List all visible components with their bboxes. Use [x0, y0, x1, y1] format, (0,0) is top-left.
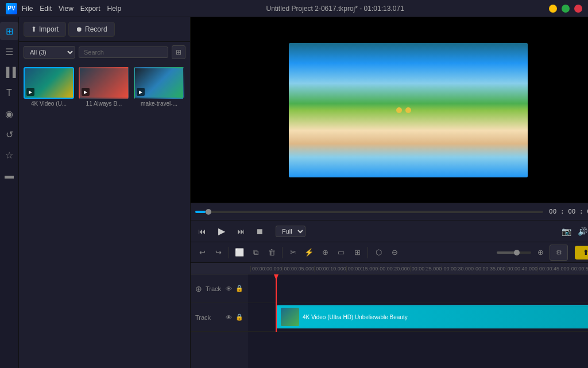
record-label: Record	[85, 25, 107, 33]
menu-export[interactable]: Export	[80, 5, 100, 13]
sidebar-item-media[interactable]: ⊞	[0, 22, 18, 40]
export-icon: ⬆	[583, 249, 588, 257]
track-label-1: ⊕ Track 👁 🔒	[191, 274, 248, 303]
menu-help[interactable]: Help	[107, 5, 122, 13]
sidebar-item-effects[interactable]: ◉	[0, 104, 18, 123]
crop-button[interactable]: ⬜	[233, 246, 246, 259]
search-input[interactable]	[79, 47, 168, 58]
app-logo: PV	[6, 3, 17, 14]
sidebar-item-transitions[interactable]: ↺	[0, 125, 18, 144]
ruler-mark: 00:00:15.000	[346, 266, 378, 272]
maximize-button[interactable]: □	[562, 5, 570, 13]
preview-panel: 00 : 00 : 02 . 950 ⏮ ▶ ⏭ ⏹ Full 📷 🔊 ⬜ ⛶	[191, 17, 588, 242]
clip-block[interactable]: 4K Video (Ultra HD) Unbelievable Beauty	[276, 305, 588, 328]
toolbar-separator-2	[282, 247, 283, 258]
sidebar-item-audio[interactable]: ▐▐	[0, 63, 18, 82]
track1-eye-icon[interactable]: 👁	[226, 285, 232, 292]
play-overlay-icon: ▶	[26, 88, 34, 96]
menu-view[interactable]: View	[59, 5, 74, 13]
list-item[interactable]: ▶ 11 Always B...	[79, 67, 129, 107]
timeline-tracks: 00:00:00.000 00:00:05.000 00:00:10.000 0…	[248, 263, 588, 368]
export-button[interactable]: ⬆ Export	[575, 246, 588, 259]
delete-button[interactable]: 🗑	[265, 246, 278, 259]
ruler-mark: 00:00:40.000	[506, 266, 538, 272]
time-display: 00 : 00 : 02 . 950	[546, 208, 588, 215]
record-button[interactable]: ⏺ Record	[68, 22, 115, 37]
marker-button[interactable]: ⬡	[372, 246, 385, 259]
timeline-settings-button[interactable]: ⚙	[550, 245, 568, 261]
sidebar-item-text[interactable]: T	[0, 84, 18, 102]
play-overlay-icon: ▶	[137, 88, 145, 96]
copy-button[interactable]: ⧉	[249, 246, 262, 259]
play-overlay-icon: ▶	[82, 88, 90, 96]
media-item-label: 11 Always B...	[86, 100, 122, 107]
track-labels: ⊕ Track 👁 🔒 Track 👁 🔒	[191, 263, 248, 368]
track2-name: Track	[195, 314, 211, 321]
ruler-mark: 00:00:00.000	[250, 266, 283, 272]
track1-lock-icon[interactable]: 🔒	[235, 285, 243, 292]
menu-file[interactable]: File	[22, 5, 33, 13]
sidebar-item-stickers[interactable]: ▬	[0, 166, 18, 185]
zoom-in-tl[interactable]: ⊕	[533, 246, 547, 259]
menu-edit[interactable]: Edit	[40, 5, 52, 13]
redo-button[interactable]: ↪	[211, 246, 225, 259]
list-item[interactable]: ▶ make-travel-...	[134, 67, 184, 107]
ruler-mark: 00:00:35.000	[474, 266, 506, 272]
zoom-fill	[497, 251, 516, 254]
sidebar-item-favorites[interactable]: ☆	[0, 146, 18, 164]
close-button[interactable]: ✕	[574, 5, 582, 13]
zoom-out-tl[interactable]: ⊖	[388, 246, 401, 259]
add-button[interactable]: ⊕	[318, 246, 332, 259]
minimize-button[interactable]: −	[549, 5, 557, 13]
stop-button[interactable]: ⏹	[253, 224, 266, 238]
ruler-mark: 00:00:20.000	[378, 266, 410, 272]
main-layout: ⊞ ☰ ▐▐ T ◉ ↺ ☆ ▬ ⬆ Import ⏺ Record All (…	[0, 17, 588, 368]
zoom-slider[interactable]	[497, 251, 531, 254]
add-track-button[interactable]: ⊕	[195, 284, 202, 293]
zoom-bar	[497, 251, 531, 254]
clip-label: 4K Video (Ultra HD) Unbelievable Beauty	[303, 314, 408, 320]
list-item[interactable]: ▶ 4K Video (U...	[24, 67, 74, 107]
audio-button[interactable]: 🔊	[576, 225, 588, 238]
split-button[interactable]: ⊞	[350, 246, 364, 259]
undo-button[interactable]: ↩	[195, 246, 209, 259]
playback-extra-controls: 📷 🔊 ⬜ ⛶	[560, 225, 588, 238]
track2-eye-icon[interactable]: 👁	[226, 314, 232, 321]
progress-fill	[195, 211, 206, 213]
ruler-mark: 00:00:05.000	[283, 266, 315, 272]
track2-lock-icon[interactable]: 🔒	[235, 313, 243, 321]
import-button[interactable]: ⬆ Import	[24, 22, 66, 37]
crop2-button[interactable]: ▭	[334, 246, 348, 259]
track-row-2: 4K Video (Ultra HD) Unbelievable Beauty	[248, 303, 588, 332]
quality-select[interactable]: Full	[276, 226, 305, 237]
media-filters: All (3) ⊞	[19, 42, 190, 63]
sidebar-item-layers[interactable]: ☰	[0, 42, 18, 61]
toolbar-separator-3	[368, 247, 368, 258]
seek-bar[interactable]	[195, 211, 543, 213]
zoom-thumb	[514, 250, 520, 255]
dot-2	[405, 107, 411, 113]
track-area: 4K Video (Ultra HD) Unbelievable Beauty	[248, 274, 588, 332]
cut-button[interactable]: ✂	[286, 246, 300, 259]
playhead	[276, 274, 277, 332]
speed-button[interactable]: ⚡	[302, 246, 316, 259]
media-toolbar: ⬆ Import ⏺ Record	[19, 17, 190, 42]
track-label-2: Track 👁 🔒	[191, 303, 248, 332]
skip-back-button[interactable]: ⏮	[195, 224, 209, 238]
skip-frame-button[interactable]: ⏭	[234, 224, 248, 238]
grid-view-button[interactable]: ⊞	[172, 45, 185, 59]
titlebar: PV File Edit View Export Help Untitled P…	[0, 0, 588, 17]
titlebar-menu: File Edit View Export Help	[22, 5, 121, 13]
titlebar-left: PV File Edit View Export Help	[6, 3, 121, 14]
ruler-mark: 00:00:45.000	[537, 266, 570, 272]
ruler-mark: 00:00:30.000	[442, 266, 474, 272]
ruler-mark: 00:00:25.000	[410, 266, 442, 272]
media-filter-select[interactable]: All (3)	[24, 46, 75, 59]
center-panel: 00 : 00 : 02 . 950 ⏮ ▶ ⏭ ⏹ Full 📷 🔊 ⬜ ⛶	[191, 17, 588, 368]
track1-name: Track	[206, 285, 221, 292]
preview-overlay-dots	[396, 107, 411, 113]
left-sidebar: ⊞ ☰ ▐▐ T ◉ ↺ ☆ ▬	[0, 17, 19, 368]
import-label: Import	[39, 25, 59, 33]
snapshot-button[interactable]: 📷	[560, 225, 572, 238]
play-button[interactable]: ▶	[214, 223, 230, 239]
